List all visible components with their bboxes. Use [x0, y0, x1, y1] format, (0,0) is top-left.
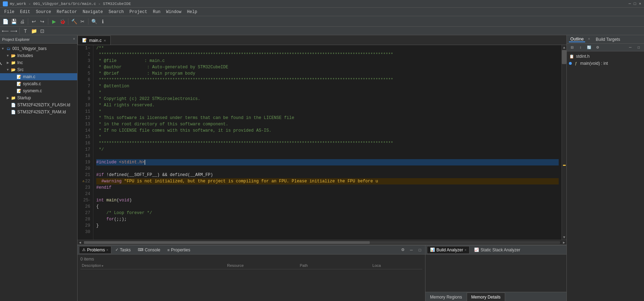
undo-btn[interactable]: ↩ [30, 18, 38, 25]
new-btn[interactable]: 📄 [1, 18, 9, 25]
editor-tabs: 📝 main.c × [78, 35, 566, 45]
app-icon [3, 1, 8, 6]
tree-ram-ld[interactable]: 📄 STM32F429ZITX_RAM.ld [0, 108, 77, 115]
maximize-panel-btn[interactable]: □ [416, 246, 424, 254]
clean-btn[interactable]: ✂ [79, 18, 86, 25]
save-btn[interactable]: 💾 [10, 18, 18, 25]
prev-edit-btn[interactable]: ⟶ [10, 27, 18, 35]
help-btn[interactable]: ℹ [99, 18, 106, 25]
scroll-up-btn[interactable]: ▲ [562, 45, 566, 50]
close-btn[interactable]: × [639, 2, 641, 6]
outline-sort-btn[interactable]: ↕ [577, 44, 584, 51]
main-c-label: main.c [23, 74, 35, 79]
tree-root[interactable]: ▼ 🗂 001_Vibgyor_bars [0, 45, 77, 52]
build-btn[interactable]: 🔨 [70, 18, 78, 25]
outline-item-main[interactable]: ƒ main(void) : int [567, 60, 644, 67]
project-explorer-close[interactable]: × [73, 37, 75, 41]
main-c-icon: 📝 [16, 74, 22, 80]
debug-btn[interactable]: 🐞 [59, 18, 66, 25]
h-scroll-thumb[interactable] [84, 241, 370, 244]
menu-refactor[interactable]: Refactor [54, 8, 80, 16]
minimize-btn[interactable]: ─ [628, 2, 631, 6]
code-line-28: for(;;); [96, 216, 559, 222]
next-edit-btn[interactable]: ⟵ [1, 27, 9, 35]
menu-source[interactable]: Source [33, 8, 54, 16]
outline-item-stdint[interactable]: 📋 stdint.h [567, 53, 644, 60]
tree-main-c[interactable]: 📝 main.c [0, 73, 77, 80]
open-resource-btn[interactable]: 📁 [30, 27, 38, 35]
open-type-btn[interactable]: T [22, 27, 29, 35]
tab-build-analyzer[interactable]: 📊 Build Analyzer × [427, 246, 470, 254]
col-location[interactable]: Loca [373, 263, 421, 268]
tab-main-c-close[interactable]: × [104, 38, 106, 43]
outline-minimize-btn[interactable]: ─ [626, 44, 634, 51]
menu-navigate[interactable]: Navigate [80, 8, 106, 16]
tab-main-c[interactable]: 📝 main.c × [78, 36, 111, 45]
warning-marker [563, 165, 566, 166]
tree-startup[interactable]: ▶ 📁 Startup [0, 94, 77, 101]
tab-problems-close[interactable]: × [106, 248, 108, 252]
tab-properties[interactable]: ≡ Properties [164, 246, 194, 254]
minimize-panel-btn[interactable]: ─ [407, 246, 415, 254]
search-btn[interactable]: 🔍 [90, 18, 98, 25]
filter-btn[interactable]: ⚙ [399, 246, 407, 254]
maximize-editor-btn[interactable]: ⊡ [38, 27, 46, 35]
menu-edit[interactable]: Edit [17, 8, 33, 16]
project-explorer-header: Project Explorer × [0, 35, 77, 44]
outline-filter-btn[interactable]: ⚙ [594, 44, 601, 51]
print-btn[interactable]: 🖨 [18, 18, 26, 25]
scroll-down-btn[interactable]: ▼ [562, 235, 566, 240]
tree-includes[interactable]: ▼ 📂 Includes [0, 52, 77, 59]
linenum-20: 20 [79, 165, 90, 172]
editor-scrollbar[interactable]: ▲ ▼ [562, 45, 566, 240]
col-resource[interactable]: Resource [227, 263, 300, 268]
maximize-btn[interactable]: □ [634, 2, 636, 6]
linenum-13: 13 [79, 121, 90, 127]
redo-btn[interactable]: ↪ [38, 18, 46, 25]
tab-build-close[interactable]: × [465, 248, 466, 252]
scroll-thumb[interactable] [562, 50, 566, 64]
h-scroll-track[interactable] [84, 241, 560, 244]
code-line-23: #endif [96, 184, 559, 191]
outline-maximize-btn[interactable]: □ [635, 44, 643, 51]
menu-help[interactable]: Help [184, 8, 200, 16]
tree-syscalls-c[interactable]: 📝 syscalls.c [0, 80, 77, 87]
tab-tasks[interactable]: ✓ Tasks [112, 246, 134, 254]
startup-arrow: ▶ [6, 96, 10, 100]
horizontal-scrollbar[interactable]: ◀ ▶ [78, 240, 566, 245]
build-content [425, 255, 566, 292]
outline-header: Outline × Build Targets [567, 35, 644, 44]
scroll-track[interactable] [562, 50, 566, 235]
editor-area[interactable]: 1− 2 3 4 5 6 7 8 9 10 11 12 13 14 [78, 45, 566, 240]
tab-outline[interactable]: Outline [569, 37, 585, 42]
outline-close[interactable]: × [588, 37, 590, 41]
code-editor[interactable]: /** ************************************… [93, 45, 562, 240]
h-scroll-right[interactable]: ▶ [562, 240, 566, 245]
tab-problems[interactable]: ⚠ Problems × [79, 246, 111, 254]
run-btn[interactable]: ▶ [50, 18, 58, 25]
menu-window[interactable]: Window [163, 8, 184, 16]
menu-project[interactable]: Project [127, 8, 150, 16]
col-path[interactable]: Path [300, 263, 372, 268]
menu-run[interactable]: Run [150, 8, 164, 16]
col-description[interactable]: Description▾ [82, 263, 227, 268]
tab-console[interactable]: ⌨ Console [135, 246, 164, 254]
linenum-23: 23 [79, 184, 90, 191]
outline-collapse-btn[interactable]: ⊟ [568, 44, 576, 51]
tree-inc[interactable]: ▶ 📁 Inc [0, 59, 77, 66]
tab-main-c-label: main.c [89, 38, 102, 43]
fold-icon-25[interactable]: − [88, 197, 90, 203]
tab-build-targets[interactable]: Build Targets [594, 37, 621, 42]
tree-sysmem-c[interactable]: 📝 sysmem.c [0, 87, 77, 94]
properties-icon: ≡ [167, 248, 170, 252]
tree-src[interactable]: ▼ 📂 Src [0, 66, 77, 73]
tab-memory-regions[interactable]: Memory Regions [425, 293, 467, 301]
outline-sync-btn[interactable]: 🔄 [585, 44, 593, 51]
h-scroll-left[interactable]: ◀ [78, 240, 82, 245]
tree-flash-ld[interactable]: 📄 STM32F429ZITX_FLASH.ld [0, 101, 77, 108]
tab-stack-analyzer[interactable]: 📈 Static Stack Analyzer [471, 246, 523, 254]
menu-file[interactable]: File [1, 8, 17, 16]
menu-search[interactable]: Search [106, 8, 127, 16]
outline-func-icon: ƒ [573, 61, 579, 66]
tab-memory-details[interactable]: Memory Details [467, 293, 505, 301]
